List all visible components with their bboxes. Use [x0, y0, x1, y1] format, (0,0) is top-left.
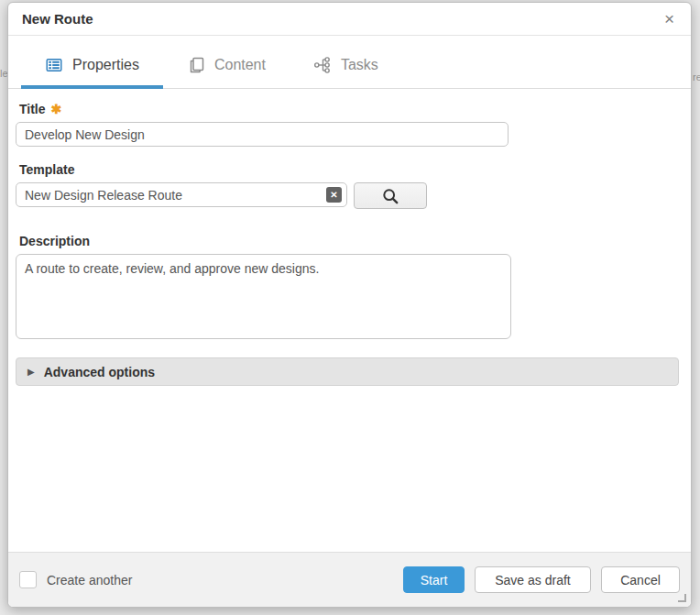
resize-grip[interactable]	[678, 594, 686, 602]
footer-buttons: Start Save as draft Cancel	[403, 566, 680, 593]
template-label-text: Template	[19, 162, 74, 177]
advanced-options-expander[interactable]: ▶ Advanced options	[16, 357, 679, 386]
description-label: Description	[19, 234, 684, 248]
template-label: Template	[19, 162, 684, 177]
tab-label: Content	[214, 57, 266, 73]
document-copy-icon	[187, 56, 205, 74]
tab-content[interactable]: Content	[163, 56, 290, 89]
title-input[interactable]	[16, 122, 509, 147]
tab-label: Tasks	[341, 57, 378, 73]
dialog-title: New Route	[22, 11, 93, 27]
cancel-button[interactable]: Cancel	[601, 566, 680, 593]
description-label-text: Description	[19, 234, 90, 248]
title-label: Title ✱	[19, 102, 684, 116]
template-input-wrap: ✕	[16, 182, 347, 207]
start-button[interactable]: Start	[403, 566, 465, 593]
table-icon	[45, 56, 63, 74]
title-label-text: Title	[19, 102, 46, 116]
save-as-draft-button[interactable]: Save as draft	[475, 566, 591, 593]
workflow-branch-icon	[313, 56, 332, 74]
template-input[interactable]	[16, 182, 347, 207]
create-another-label[interactable]: Create another	[47, 573, 132, 588]
tab-tasks[interactable]: Tasks	[290, 56, 402, 89]
dialog-body: Title ✱ Template ✕ Des	[8, 89, 691, 386]
tab-properties[interactable]: Properties	[21, 56, 163, 89]
search-icon	[381, 187, 399, 205]
required-asterisk-icon: ✱	[51, 102, 62, 116]
background-text-fragment: re	[693, 71, 700, 82]
advanced-options-label: Advanced options	[44, 365, 155, 379]
clear-icon[interactable]: ✕	[326, 187, 342, 203]
create-another-checkbox[interactable]	[19, 571, 37, 588]
close-icon[interactable]: ×	[661, 8, 678, 29]
new-route-dialog: New Route × Properties	[7, 2, 692, 608]
dialog-header: New Route ×	[8, 3, 691, 36]
template-row: ✕	[16, 182, 684, 209]
description-textarea[interactable]: A route to create, review, and approve n…	[16, 254, 511, 339]
tab-bar: Properties Content	[8, 56, 691, 89]
dialog-footer: Create another Start Save as draft Cance…	[8, 552, 691, 607]
template-search-button[interactable]	[354, 182, 427, 209]
tab-label: Properties	[72, 57, 139, 73]
chevron-right-icon: ▶	[27, 368, 35, 377]
